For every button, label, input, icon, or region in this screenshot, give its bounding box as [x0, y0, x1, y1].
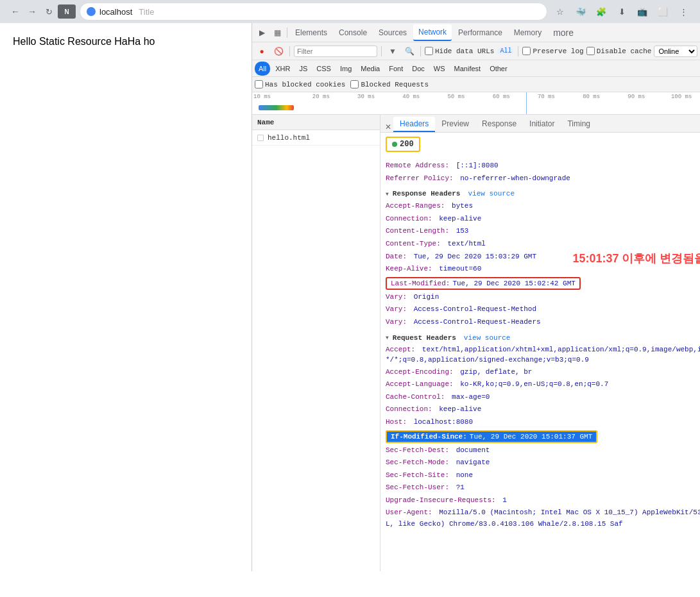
req-accept: Accept: text/html,application/xhtml+xml,…	[386, 344, 700, 366]
panel-btn-network[interactable]: Network	[413, 24, 452, 41]
panel-btn-more[interactable]: more	[548, 24, 579, 41]
req-connection: Connection: keep-alive	[386, 403, 700, 416]
preserve-log-label[interactable]: Preserve log	[522, 47, 583, 55]
panel-btn-sources[interactable]: Sources	[373, 24, 412, 41]
panel-btn-console[interactable]: Console	[334, 24, 372, 41]
blocked-requests-checkbox[interactable]	[350, 80, 359, 88]
response-headers-view-source[interactable]: view source	[468, 190, 515, 198]
hide-data-urls-checkbox[interactable]	[425, 47, 433, 55]
tab-timing[interactable]: Timing	[561, 117, 597, 132]
korean-annotation: 15:01:37 이후에 변경됨을 확인	[572, 249, 700, 268]
net-toolbar-sep-1	[289, 46, 290, 56]
filter-tab-doc[interactable]: Doc	[408, 62, 429, 76]
response-headers-triangle: ▼	[386, 191, 389, 197]
has-blocked-cookies-text: Has blocked cookies	[265, 81, 345, 88]
request-headers-triangle: ▼	[386, 335, 389, 341]
address-title: Title	[139, 7, 154, 17]
tl-label-1: 10 ms	[253, 94, 298, 100]
has-blocked-cookies-label[interactable]: Has blocked cookies	[255, 80, 345, 88]
request-headers-section: ▼ Request Headers view source Accept: te…	[386, 334, 700, 531]
forward-button[interactable]: →	[24, 4, 40, 19]
request-headers-view-source[interactable]: view source	[464, 334, 511, 342]
devtools-toolbar: ▶ ▦ Elements Console Sources Network Per…	[252, 23, 700, 42]
record-button[interactable]: ●	[255, 44, 269, 58]
tab-headers[interactable]: Headers	[393, 117, 435, 132]
filter-tab-xhr[interactable]: XHR	[271, 62, 294, 76]
clear-button[interactable]: 🚫	[271, 44, 286, 58]
preserve-log-checkbox[interactable]	[522, 47, 531, 55]
filter-tab-media[interactable]: Media	[357, 62, 384, 76]
tl-label-6: 60 ms	[479, 94, 524, 100]
has-blocked-cookies-checkbox[interactable]	[255, 80, 263, 88]
bookmark-button[interactable]: ☆	[551, 3, 569, 21]
network-toolbar: ● 🚫 ▼ 🔍 Hide data URLs All Preserve log …	[252, 42, 700, 60]
throttle-select[interactable]: Online Offline Slow 3G Fast 3G	[654, 46, 697, 57]
devtools-device-btn[interactable]: ▦	[270, 26, 284, 40]
download-button[interactable]: ⬇	[613, 3, 631, 21]
nav-buttons: ← → ↻ N	[8, 4, 76, 19]
disable-cache-text: Disable cache	[597, 47, 652, 55]
last-modified-box: Last-Modified: Tue, 29 Dec 2020 15:02:42…	[386, 277, 581, 290]
request-filename: hello.html	[268, 134, 310, 142]
layout-button[interactable]: ⬜	[654, 3, 672, 21]
back-button[interactable]: ←	[8, 4, 23, 19]
cast-button[interactable]: 📺	[633, 3, 651, 21]
disable-cache-checkbox[interactable]	[586, 47, 595, 55]
reload-button[interactable]: ↻	[41, 4, 56, 19]
panel-btn-elements[interactable]: Elements	[290, 24, 332, 41]
request-item-hello-html[interactable]: hello.html	[252, 130, 380, 146]
whale-button[interactable]: 🐳	[572, 3, 590, 21]
response-headers-title-row[interactable]: ▼ Response Headers view source	[386, 190, 700, 198]
panel-btn-memory[interactable]: Memory	[509, 24, 547, 41]
remote-address-line: Remote Address: [::1]:8080	[386, 160, 700, 172]
req-if-modified-since: If-Modified-Since: Tue, 29 Dec 2020 15:0…	[386, 430, 700, 443]
filter-tab-all[interactable]: All	[255, 62, 270, 76]
tl-label-4: 40 ms	[389, 94, 434, 100]
search-toggle-btn[interactable]: 🔍	[402, 44, 416, 58]
referrer-policy-key: Referrer Policy:	[386, 174, 454, 182]
tab-initiator[interactable]: Initiator	[523, 117, 561, 132]
menu-button[interactable]: ⋮	[674, 3, 692, 21]
tab-preview[interactable]: Preview	[435, 117, 475, 132]
tl-label-2: 20 ms	[298, 94, 343, 100]
all-badge: All	[497, 47, 514, 55]
toolbar-separator-1	[287, 28, 287, 38]
resp-vary-2: Vary: Access-Control-Request-Method	[386, 303, 700, 316]
extensions-button[interactable]: 🧩	[592, 3, 610, 21]
filter-tab-font[interactable]: Font	[385, 62, 407, 76]
filter-tab-manifest[interactable]: Manifest	[450, 62, 485, 76]
request-list-header: Name	[252, 115, 380, 130]
request-headers-title-row[interactable]: ▼ Request Headers view source	[386, 334, 700, 342]
resp-vary-1: Vary: Origin	[386, 291, 700, 304]
tab-close-button[interactable]: ✕	[383, 122, 393, 132]
req-host: Host: localhost:8080	[386, 416, 700, 429]
net-toolbar-sep-3	[420, 46, 421, 56]
headers-panel[interactable]: ✕ Headers Preview Response Initiator Tim…	[380, 115, 700, 571]
filter-tab-js[interactable]: JS	[295, 62, 311, 76]
blocked-requests-label[interactable]: Blocked Requests	[350, 80, 429, 88]
file-icon	[257, 135, 264, 141]
devtools-inspect-btn[interactable]: ▶	[255, 26, 269, 40]
req-upgrade-insecure: Upgrade-Insecure-Requests: 1	[386, 494, 700, 507]
response-headers-title: Response Headers	[393, 190, 461, 198]
header-content: 200 Remote Address: [::1]:8080 Referrer …	[380, 133, 700, 571]
resp-vary-3: Vary: Access-Control-Request-Headers	[386, 316, 700, 329]
last-modified-val: Tue, 29 Dec 2020 15:02:42 GMT	[452, 280, 575, 287]
filter-tab-other[interactable]: Other	[486, 62, 511, 76]
remote-address-val: [::1]:8080	[456, 162, 499, 169]
filter-tab-css[interactable]: CSS	[312, 62, 335, 76]
panel-btn-performance[interactable]: Performance	[453, 24, 508, 41]
browser-actions: ☆ 🐳 🧩 ⬇ 📺 ⬜ ⋮	[551, 3, 692, 21]
filter-toggle-btn[interactable]: ▼	[386, 44, 400, 58]
request-headers-title: Request Headers	[393, 334, 456, 342]
resp-accept-ranges: Accept-Ranges: bytes	[386, 200, 700, 213]
filter-type-tabs: All XHR JS CSS Img Media Font Doc WS Man…	[252, 60, 700, 77]
filter-tab-img[interactable]: Img	[336, 62, 355, 76]
filter-input[interactable]	[294, 46, 377, 57]
disable-cache-label[interactable]: Disable cache	[586, 47, 652, 55]
filter-tab-ws[interactable]: WS	[430, 62, 449, 76]
tab-response[interactable]: Response	[475, 117, 523, 132]
name-column-header: Name	[257, 119, 274, 126]
address-bar[interactable]: localhost Title	[80, 3, 547, 21]
hide-data-urls-label[interactable]: Hide data URLs All	[425, 47, 514, 55]
